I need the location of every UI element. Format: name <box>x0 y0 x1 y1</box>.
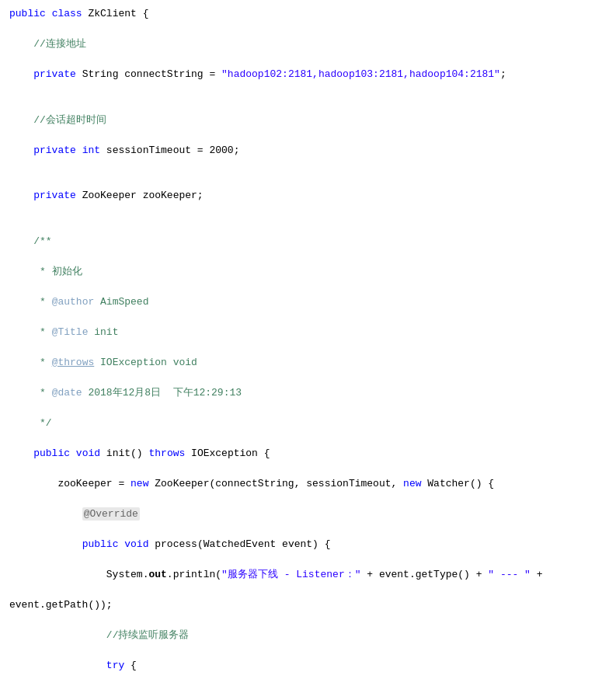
code-content: public class ZkClient { //连接地址 private S… <box>9 6 607 686</box>
code-container: public class ZkClient { //连接地址 private S… <box>0 0 616 686</box>
